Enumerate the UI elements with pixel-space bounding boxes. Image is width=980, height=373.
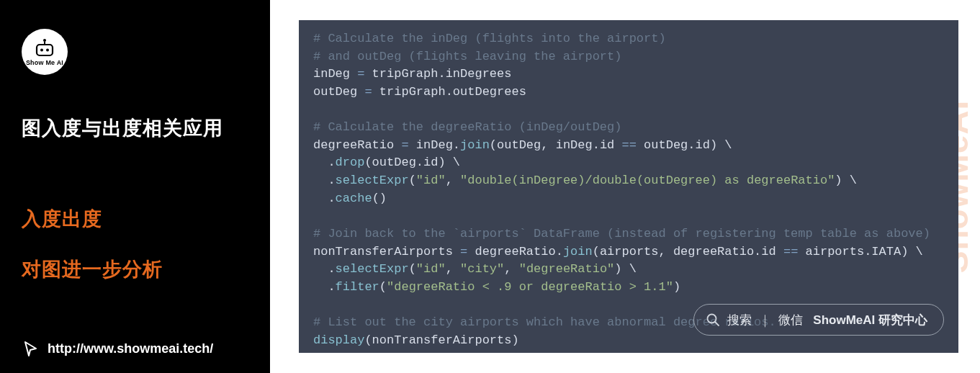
search-prefix: 搜索 bbox=[727, 312, 752, 328]
search-icon bbox=[706, 313, 720, 327]
slide: Show Me AI 图入度与出度相关应用 入度出度 对图进一步分析 http:… bbox=[0, 0, 980, 373]
search-mid: 微信 bbox=[778, 312, 803, 328]
sidebar: Show Me AI 图入度与出度相关应用 入度出度 对图进一步分析 http:… bbox=[0, 0, 270, 373]
logo-circle: Show Me AI bbox=[22, 29, 68, 75]
bullet-list: 入度出度 对图进一步分析 bbox=[22, 206, 248, 307]
logo-text: Show Me AI bbox=[26, 59, 63, 66]
search-sep: ｜ bbox=[759, 312, 771, 328]
bullet-item: 入度出度 bbox=[22, 206, 248, 232]
svg-point-4 bbox=[46, 48, 49, 51]
slide-title: 图入度与出度相关应用 bbox=[22, 115, 248, 141]
svg-line-6 bbox=[716, 323, 719, 326]
main-area: ShowMeAI # Calculate the inDeg (flights … bbox=[270, 0, 980, 373]
svg-point-3 bbox=[40, 48, 43, 51]
footer-url: http://www.showmeai.tech/ bbox=[22, 340, 213, 357]
search-pill[interactable]: 搜索 ｜ 微信 ShowMeAI 研究中心 bbox=[693, 304, 944, 336]
logo: Show Me AI bbox=[22, 29, 248, 75]
cursor-icon bbox=[22, 340, 39, 357]
code-block: # Calculate the inDeg (flights into the … bbox=[299, 20, 958, 353]
robot-icon bbox=[32, 38, 57, 57]
svg-point-0 bbox=[43, 39, 46, 42]
svg-rect-2 bbox=[37, 45, 53, 55]
svg-point-5 bbox=[708, 315, 716, 323]
bullet-item: 对图进一步分析 bbox=[22, 256, 248, 282]
search-bold: ShowMeAI 研究中心 bbox=[813, 312, 927, 328]
footer-url-text: http://www.showmeai.tech/ bbox=[48, 341, 213, 356]
